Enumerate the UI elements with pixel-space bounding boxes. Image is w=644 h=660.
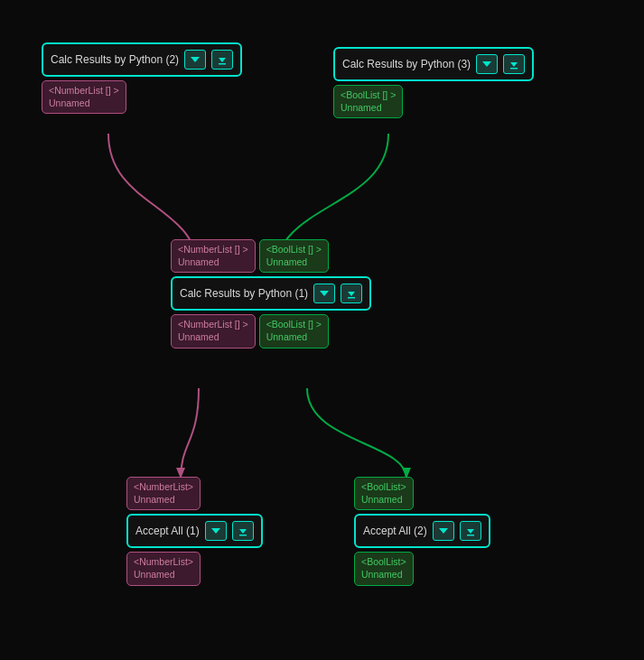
accept1-output-port: <NumberList>Unnamed <box>126 552 201 585</box>
accept2-box: Accept All (2) <box>354 514 490 548</box>
svg-marker-7 <box>482 61 491 67</box>
accept1-title: Accept All (1) <box>135 525 200 537</box>
calc2-download-btn[interactable] <box>211 50 233 70</box>
svg-marker-10 <box>320 291 329 296</box>
calc2-output-port: <NumberList [] >Unnamed <box>42 80 126 114</box>
calc3-node: Calc Results by Python (3) <BoolList [] … <box>333 47 534 118</box>
calc1-input-boollist: <BoolList [] >Unnamed <box>259 239 329 273</box>
svg-rect-9 <box>510 68 518 70</box>
calc1-box: Calc Results by Python (1) <box>171 276 371 311</box>
calc3-output-port: <BoolList [] >Unnamed <box>333 85 403 118</box>
calc3-download-btn[interactable] <box>503 54 525 74</box>
accept1-box: Accept All (1) <box>126 514 263 548</box>
calc1-title: Calc Results by Python (1) <box>180 287 308 300</box>
accept1-input-port: <NumberList>Unnamed <box>126 477 201 510</box>
calc1-download-btn[interactable] <box>341 284 362 303</box>
calc1-dropdown-btn[interactable] <box>313 284 335 303</box>
svg-marker-16 <box>439 528 448 534</box>
svg-marker-13 <box>211 528 220 534</box>
accept2-output-port: <BoolList>Unnamed <box>354 552 414 585</box>
calc2-node: Calc Results by Python (2) <NumberList [… <box>42 42 242 114</box>
accept1-node: <NumberList>Unnamed Accept All (1) <Numb… <box>126 477 263 586</box>
calc1-output-boollist: <BoolList [] >Unnamed <box>259 314 329 348</box>
accept2-node: <BoolList>Unnamed Accept All (2) <BoolLi… <box>354 477 490 586</box>
svg-rect-18 <box>467 535 474 536</box>
calc2-dropdown-btn[interactable] <box>184 50 206 70</box>
calc1-node: <NumberList [] >Unnamed <BoolList [] >Un… <box>171 239 371 349</box>
accept1-dropdown-btn[interactable] <box>205 521 227 541</box>
accept2-download-btn[interactable] <box>460 521 481 541</box>
accept2-title: Accept All (2) <box>363 525 427 537</box>
svg-marker-11 <box>348 292 355 296</box>
accept2-input-port: <BoolList>Unnamed <box>354 477 414 510</box>
accept1-download-btn[interactable] <box>232 521 254 541</box>
svg-rect-15 <box>239 535 247 536</box>
svg-rect-6 <box>219 63 226 65</box>
calc3-dropdown-btn[interactable] <box>476 54 498 74</box>
calc1-output-numberlist: <NumberList [] >Unnamed <box>171 314 256 348</box>
accept2-dropdown-btn[interactable] <box>433 521 454 541</box>
calc1-input-numberlist: <NumberList [] >Unnamed <box>171 239 256 273</box>
calc3-box: Calc Results by Python (3) <box>333 47 534 81</box>
calc2-box: Calc Results by Python (2) <box>42 42 242 77</box>
svg-marker-17 <box>467 529 474 534</box>
calc3-title: Calc Results by Python (3) <box>342 58 471 70</box>
svg-marker-4 <box>191 57 200 62</box>
svg-rect-12 <box>348 297 355 299</box>
svg-marker-5 <box>219 58 226 62</box>
svg-marker-14 <box>239 529 247 534</box>
calc2-title: Calc Results by Python (2) <box>51 53 179 66</box>
svg-marker-8 <box>510 62 518 67</box>
